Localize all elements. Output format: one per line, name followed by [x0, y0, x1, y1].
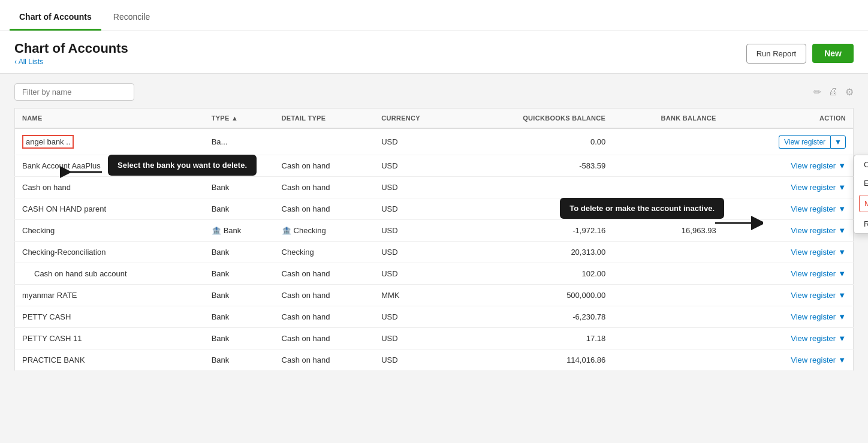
view-register-link[interactable]: View register ▼ — [791, 355, 846, 364]
cell-name: PRACTICE BANK — [15, 349, 204, 371]
tab-chart-of-accounts[interactable]: Chart of Accounts — [10, 4, 101, 31]
cell-qb-balance: 114,016.86 — [459, 349, 613, 371]
table-row: PRACTICE BANKBankCash on handUSD114,016.… — [15, 349, 854, 371]
table-row: PETTY CASH 11BankCash on handUSD17.18Vie… — [15, 328, 854, 349]
cell-name: Checking — [15, 220, 204, 242]
print-icon[interactable]: 🖨 — [828, 86, 838, 98]
annotation-select-bank: Select the bank you want to delete. — [108, 155, 257, 176]
chevron-down-icon: ▼ — [838, 248, 846, 257]
cell-action: View register ▼ — [724, 263, 854, 285]
new-button[interactable]: New — [812, 44, 854, 63]
bank-detail-icon: 🏦 — [282, 226, 291, 235]
cell-detail-type: 🏦Checking — [275, 220, 375, 242]
view-register-link[interactable]: View register ▼ — [791, 248, 846, 257]
page-header-right: Run Report New — [746, 44, 854, 64]
arrow-select-bank — [60, 163, 102, 183]
view-register-link[interactable]: View register ▼ — [791, 334, 846, 343]
chevron-down-icon: ▼ — [838, 269, 846, 278]
bank-sync-icon: 🏦 — [212, 226, 221, 235]
menu-run-report[interactable]: Run report — [854, 215, 868, 233]
cell-name: Checking-Reconciliation — [15, 242, 204, 263]
arrow-make-inactive — [715, 214, 763, 234]
chevron-down-icon: ▼ — [838, 226, 846, 235]
cell-qb-balance: 500,000.00 — [459, 285, 613, 306]
col-currency: CURRENCY — [374, 109, 459, 129]
cell-qb-balance: -6,230.78 — [459, 306, 613, 328]
accounts-table: NAME TYPE ▲ DETAIL TYPE CURRENCY QUICKBO… — [14, 108, 854, 371]
cell-bank-balance — [613, 328, 723, 349]
chevron-down-icon: ▼ — [838, 204, 846, 213]
table-row: Cash on handBankCash on handUSDView regi… — [15, 177, 854, 198]
view-register-link[interactable]: View register ▼ — [791, 312, 846, 321]
col-qb-balance: QUICKBOOKS BALANCE — [459, 109, 613, 129]
menu-make-inactive[interactable]: Make inactive — [859, 195, 868, 212]
cell-detail-type: Cash on hand — [275, 306, 375, 328]
cell-currency: USD — [374, 177, 459, 198]
view-register-link[interactable]: View register ▼ — [791, 269, 846, 278]
cell-bank-balance: 16,963.93 — [613, 220, 723, 242]
cell-currency: USD — [374, 349, 459, 371]
cell-currency: USD — [374, 198, 459, 220]
selected-account-name: angel bank .. — [22, 135, 74, 149]
page-header-left: Chart of Accounts All Lists — [14, 41, 128, 66]
cell-qb-balance: -583.59 — [459, 155, 613, 177]
cell-bank-balance — [613, 306, 723, 328]
filter-input[interactable] — [14, 83, 134, 101]
menu-connect-bank[interactable]: Connect bank — [854, 155, 868, 174]
annotation-make-inactive: To delete or make the account inactive. — [560, 198, 724, 219]
chevron-down-icon: ▼ — [838, 334, 846, 343]
gear-icon[interactable]: ⚙ — [845, 86, 854, 98]
cell-bank-balance — [613, 285, 723, 306]
cell-qb-balance — [459, 177, 613, 198]
cell-type: 🏦Bank — [204, 220, 275, 242]
view-register-link[interactable]: View register ▼ — [791, 161, 846, 170]
pencil-icon[interactable]: ✏ — [813, 86, 821, 98]
cell-name: PETTY CASH — [15, 306, 204, 328]
cell-type: Bank — [204, 198, 275, 220]
menu-edit[interactable]: Edit — [854, 174, 868, 192]
view-register-link[interactable]: View register ▼ — [791, 183, 846, 192]
breadcrumb[interactable]: All Lists — [14, 58, 128, 66]
cell-action: View register ▼ — [724, 155, 854, 177]
cell-currency: USD — [374, 328, 459, 349]
cell-detail-type: Cash on hand — [275, 198, 375, 220]
cell-qb-balance: 102.00 — [459, 263, 613, 285]
run-report-button[interactable]: Run Report — [746, 44, 806, 64]
chevron-down-icon: ▼ — [838, 355, 846, 364]
view-register-link[interactable]: View register ▼ — [791, 226, 846, 235]
cell-qb-balance: 20,313.00 — [459, 242, 613, 263]
cell-action: View register ▼ — [724, 242, 854, 263]
cell-currency: USD — [374, 306, 459, 328]
cell-currency: USD — [374, 128, 459, 155]
cell-type: Bank — [204, 349, 275, 371]
cell-type: Ba... — [204, 128, 275, 155]
cell-currency: USD — [374, 263, 459, 285]
view-register-dropdown-btn[interactable]: ▼ — [830, 135, 846, 149]
view-register-link[interactable]: View register ▼ — [791, 204, 846, 213]
chevron-down-icon: ▼ — [838, 161, 846, 170]
cell-bank-balance — [613, 128, 723, 155]
cell-detail-type: Cash on hand — [275, 177, 375, 198]
cell-currency: USD — [374, 220, 459, 242]
tab-bar: Chart of Accounts Reconcile — [0, 0, 868, 31]
view-register-link[interactable]: View register — [779, 135, 830, 149]
col-type: TYPE ▲ — [204, 109, 275, 129]
cell-currency: MMK — [374, 285, 459, 306]
cell-type: Bank — [204, 306, 275, 328]
view-register-link[interactable]: View register ▼ — [791, 291, 846, 300]
cell-name: Cash on hand — [15, 177, 204, 198]
chevron-down-icon: ▼ — [838, 312, 846, 321]
cell-bank-balance — [613, 155, 723, 177]
cell-action: View register ▼ — [724, 328, 854, 349]
table-row: angel bank ..Ba...USD0.00View register▼ — [15, 128, 854, 155]
dropdown-menu: Connect bank Edit Make inactive Run repo… — [854, 155, 868, 234]
table-icons: ✏ 🖨 ⚙ — [813, 86, 854, 98]
tab-reconcile[interactable]: Reconcile — [104, 4, 159, 31]
cell-action: View register ▼ — [724, 306, 854, 328]
cell-type: Bank — [204, 328, 275, 349]
cell-action: View register ▼ — [724, 177, 854, 198]
cell-detail-type: Cash on hand — [275, 155, 375, 177]
cell-qb-balance: 0.00 — [459, 128, 613, 155]
cell-currency: USD — [374, 155, 459, 177]
cell-detail-type: Cash on hand — [275, 285, 375, 306]
